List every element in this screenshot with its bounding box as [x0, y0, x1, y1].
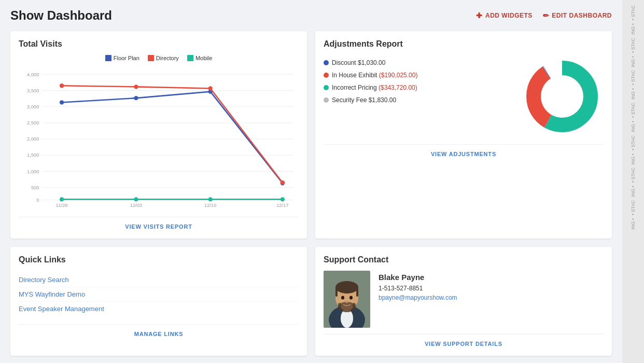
- adjustments-content: Discount $1,030.00 In House Exhibit ($19…: [324, 55, 604, 138]
- sidebar-item: • STAC: [630, 199, 637, 216]
- security-label: Security Fee $1,830.00: [332, 96, 396, 104]
- donut-chart: [521, 55, 604, 138]
- sidebar-item: • STAC: [630, 4, 637, 21]
- inhouse-label: In House Exhibit ($190,025.00): [332, 72, 417, 79]
- avatar: [324, 271, 370, 328]
- adjustments-card: Adjustments Report Discount $1,030.00 In…: [315, 31, 612, 239]
- legend-floor-plan: Floor Plan: [105, 55, 139, 61]
- svg-text:11/26: 11/26: [55, 203, 67, 208]
- sidebar-item: • STAC: [630, 37, 637, 54]
- adjustments-footer: VIEW ADJUSTMENTS: [324, 144, 604, 158]
- svg-text:3,500: 3,500: [27, 88, 39, 93]
- plus-icon: ✚: [476, 11, 483, 20]
- svg-point-52: [345, 301, 348, 303]
- view-visits-report-link[interactable]: VIEW VISITS REPORT: [125, 224, 192, 230]
- view-adjustments-link[interactable]: VIEW ADJUSTMENTS: [431, 151, 496, 157]
- sidebar-item: • STAC: [630, 69, 637, 86]
- svg-point-26: [60, 83, 64, 88]
- visits-footer: VIEW VISITS REPORT: [19, 217, 299, 230]
- svg-point-44: [335, 281, 358, 294]
- sidebar-item: ING •: [630, 217, 637, 231]
- total-visits-card: Total Visits Floor Plan Directory Mobile: [10, 31, 307, 239]
- svg-rect-46: [356, 286, 358, 297]
- svg-point-38: [542, 77, 582, 116]
- right-sidebar: • STAC ING • • STAC ING • • STAC ING • •…: [622, 0, 644, 363]
- visits-svg: 4,000 3,500 3,000 2,500 2,000 1,500 1,00…: [19, 65, 299, 211]
- adj-item-security: Security Fee $1,830.00: [324, 96, 512, 104]
- pricing-amount: ($343,720.00): [379, 84, 417, 91]
- page-title: Show Dashboard: [10, 8, 112, 23]
- sidebar-item: ING •: [630, 87, 637, 101]
- svg-text:2,000: 2,000: [27, 136, 39, 142]
- svg-point-29: [281, 180, 285, 185]
- inhouse-dot: [324, 73, 329, 78]
- total-visits-title: Total Visits: [19, 39, 299, 49]
- adj-item-inhouse: In House Exhibit ($190,025.00): [324, 72, 512, 79]
- legend-mobile: Mobile: [187, 55, 212, 61]
- svg-text:2,500: 2,500: [27, 120, 39, 125]
- svg-point-48: [349, 296, 353, 300]
- svg-point-47: [341, 296, 344, 300]
- support-phone: 1-513-527-8851: [379, 285, 457, 292]
- svg-rect-51: [353, 303, 356, 310]
- svg-text:0: 0: [36, 198, 39, 203]
- wayfinder-demo-link[interactable]: MYS Wayfinder Demo: [19, 290, 85, 298]
- event-speaker-link[interactable]: Event Speaker Management: [19, 305, 104, 313]
- svg-rect-50: [338, 303, 341, 310]
- page-header: Show Dashboard ✚ ADD WIDGETS ✏ EDIT DASH…: [10, 8, 612, 23]
- adj-item-discount: Discount $1,030.00: [324, 59, 512, 66]
- legend-directory: Directory: [148, 55, 179, 61]
- adjustments-title: Adjustments Report: [324, 39, 604, 49]
- floor-plan-dot: [105, 55, 111, 61]
- quick-links-card: Quick Links Directory Search MYS Wayfind…: [10, 247, 307, 356]
- sidebar-item: ING •: [630, 185, 637, 198]
- pricing-dot: [324, 85, 329, 90]
- support-contact-title: Support Contact: [324, 255, 604, 264]
- manage-links-link[interactable]: MANAGE LINKS: [134, 331, 184, 337]
- svg-point-31: [134, 197, 138, 201]
- list-item: MYS Wayfinder Demo: [19, 287, 299, 302]
- floor-plan-label: Floor Plan: [114, 55, 139, 61]
- chart-legend: Floor Plan Directory Mobile: [19, 55, 299, 61]
- directory-search-link[interactable]: Directory Search: [19, 276, 69, 284]
- svg-point-32: [208, 197, 213, 201]
- svg-text:12/17: 12/17: [276, 203, 288, 208]
- view-support-link[interactable]: VIEW SUPPORT DETAILS: [425, 341, 502, 347]
- sidebar-item: • STAC: [630, 102, 637, 119]
- list-item: Event Speaker Management: [19, 302, 299, 316]
- inhouse-amount: ($190,025.00): [379, 72, 418, 79]
- sidebar-item: ING •: [630, 22, 637, 36]
- svg-point-30: [60, 197, 64, 201]
- sidebar-item: ING •: [630, 120, 637, 133]
- pricing-label: Incorrect Pricing ($343,720.00): [332, 84, 417, 91]
- line-chart: 4,000 3,500 3,000 2,500 2,000 1,500 1,00…: [19, 65, 299, 211]
- sidebar-item: ING •: [630, 152, 637, 166]
- support-email: bpayne@mapyourshow.com: [379, 294, 457, 301]
- svg-point-22: [60, 100, 64, 104]
- svg-text:1,500: 1,500: [27, 152, 39, 158]
- svg-text:12/10: 12/10: [204, 203, 216, 208]
- support-name: Blake Payne: [379, 273, 457, 282]
- discount-label: Discount $1,030.00: [332, 59, 385, 66]
- security-dot: [324, 97, 329, 103]
- header-actions: ✚ ADD WIDGETS ✏ EDIT DASHBOARD: [476, 11, 612, 20]
- sidebar-item: ING •: [630, 55, 637, 68]
- edit-dashboard-button[interactable]: ✏ EDIT DASHBOARD: [543, 11, 612, 20]
- add-widgets-button[interactable]: ✚ ADD WIDGETS: [476, 11, 532, 20]
- quick-links-list: Directory Search MYS Wayfinder Demo Even…: [19, 271, 299, 318]
- adj-item-pricing: Incorrect Pricing ($343,720.00): [324, 84, 512, 91]
- edit-icon: ✏: [543, 11, 550, 20]
- support-contact-card: Support Contact: [315, 247, 612, 356]
- support-content: Blake Payne 1-513-527-8851 bpayne@mapyou…: [324, 271, 604, 328]
- svg-point-33: [281, 197, 285, 201]
- discount-dot: [324, 60, 329, 65]
- mobile-dot: [187, 55, 193, 61]
- directory-dot: [148, 55, 154, 61]
- svg-rect-45: [335, 286, 338, 297]
- dashboard-grid: Total Visits Floor Plan Directory Mobile: [10, 31, 612, 363]
- adjustments-legend: Discount $1,030.00 In House Exhibit ($19…: [324, 55, 512, 109]
- svg-text:3,000: 3,000: [27, 104, 39, 109]
- svg-point-28: [208, 86, 213, 90]
- support-info: Blake Payne 1-513-527-8851 bpayne@mapyou…: [379, 271, 457, 301]
- svg-text:4,000: 4,000: [27, 72, 39, 77]
